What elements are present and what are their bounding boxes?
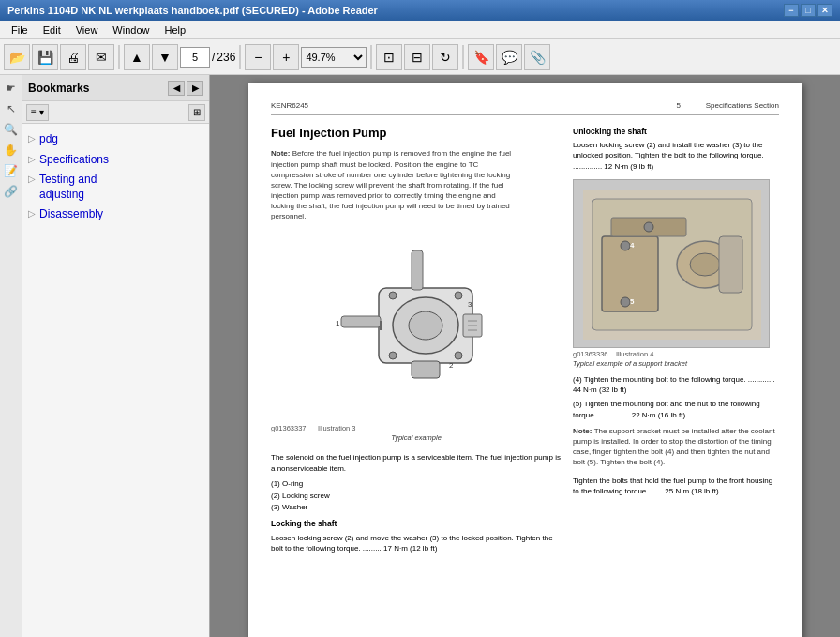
comment-button[interactable]: 💬 [496,44,522,70]
open-button[interactable]: 📂 [4,44,30,70]
document-page: KENR6245 5 Specifications Section Fuel I… [248,83,802,637]
sidebar-prev-button[interactable]: ◀ [168,81,185,96]
page-number-right: 5 [677,101,681,110]
menu-help[interactable]: Help [157,23,193,38]
page-input-group: / 236 [180,47,235,68]
window-controls: − □ ✕ [784,4,832,17]
note2-text: The support bracket must be installed af… [573,427,775,467]
note2-label: Note: [573,427,594,435]
unlocking-heading: Unlocking the shaft [573,127,779,137]
pan-tool-button[interactable]: ✋ [2,141,21,159]
zoom-select[interactable]: 49.7% 50% 75% 100% 150% 200% [301,47,367,68]
right-column: Unlocking the shaft Loosen locking screw… [573,121,779,557]
left-column: Fuel Injection Pump Note: Before the fue… [271,121,562,557]
main-area: ☛ ↖ 🔍 ✋ 📝 🔗 Bookmarks ◀ ▶ ≡ ▾ ⊞ ▷ pdg ▷ [0,75,840,637]
illustration4-caption: Typical example of a support bracket [573,359,779,369]
toolbar-separator-3 [370,45,372,69]
svg-point-22 [621,241,630,250]
bookmark-label-testing: Testing andadjusting [39,173,97,202]
part-2: (2) Locking screw [271,492,562,502]
parts-list: (1) O-ring (2) Locking screw (3) Washer [271,479,562,513]
bookmark-disassembly[interactable]: ▷ Disassembly [26,205,205,225]
svg-point-13 [455,352,462,359]
save-button[interactable]: 💾 [32,44,58,70]
part-3: (3) Washer [271,503,562,513]
menu-window[interactable]: Window [105,23,157,38]
page-doc-id: KENR6245 [271,101,308,112]
page-separator: / [212,51,215,64]
sidebar-expand-button[interactable]: ⊞ [188,104,205,121]
note-tool-button[interactable]: 📝 [2,161,21,180]
menubar: File Edit View Window Help [0,21,840,39]
maximize-button[interactable]: □ [801,4,816,17]
bookmark-icon-specifications: ▷ [28,154,36,164]
locking-shaft-heading: Locking the shaft [271,519,562,529]
select-tool-button[interactable]: ↖ [2,99,21,118]
page-layout: Fuel Injection Pump Note: Before the fue… [271,121,779,557]
section-title: Fuel Injection Pump [271,125,562,142]
bookmark-testing[interactable]: ▷ Testing andadjusting [26,170,205,205]
bookmark-icon-disassembly: ▷ [28,208,36,219]
sidebar-next-button[interactable]: ▶ [187,81,203,96]
bookmarks-tree: ▷ pdg ▷ Specifications ▷ Testing andadju… [22,124,209,637]
torque-final: Tighten the bolts that hold the fuel pum… [573,476,779,496]
link-tool-button[interactable]: 🔗 [2,182,21,201]
illustration3-id: g01363337 Illustration 3 [271,424,562,433]
pump-illustration: 1 2 3 [322,232,510,419]
zoomin-button[interactable]: + [273,44,299,70]
attachment-button[interactable]: 📎 [524,44,550,70]
minimize-button[interactable]: − [784,4,799,17]
toolbar-separator-1 [118,45,120,69]
bookmark-label-specifications: Specifications [39,153,109,168]
page-up-button[interactable]: ▲ [124,44,150,70]
menu-file[interactable]: File [4,23,36,38]
svg-point-28 [690,253,720,276]
bookmark-label-pdg: pdg [39,132,58,147]
print-button[interactable]: 🖨 [60,44,86,70]
bookmark-label-disassembly: Disassembly [39,207,103,222]
page-down-button[interactable]: ▼ [152,44,178,70]
bookmark-specifications[interactable]: ▷ Specifications [26,150,205,171]
step4-text: (4) Tighten the mounting bolt to the fol… [573,374,779,395]
sidebar-options-button[interactable]: ≡ ▾ [26,104,49,121]
solenoid-note: The solenoid on the fuel injection pump … [271,452,562,473]
bookmark-icon-pdg: ▷ [28,133,36,144]
zoomout-button[interactable]: − [245,44,271,70]
menu-view[interactable]: View [68,23,106,38]
svg-point-24 [644,222,653,232]
email-button[interactable]: ✉ [88,44,114,70]
page-input[interactable] [180,47,210,68]
bracket-illustration: 4 5 [574,180,770,348]
close-button[interactable]: ✕ [818,4,832,17]
bookmark-pdg[interactable]: ▷ pdg [26,129,205,150]
bookmark-button[interactable]: 🔖 [468,44,494,70]
toolbar-separator-4 [462,45,464,69]
fit-page-button[interactable]: ⊡ [376,44,402,70]
illustration3-caption: Typical example [271,433,562,443]
document-view[interactable]: KENR6245 5 Specifications Section Fuel I… [210,75,840,637]
part-1: (1) O-ring [271,479,562,490]
note-label: Note: [271,149,292,158]
zoom-tool-button[interactable]: 🔍 [2,120,21,139]
note2-box: Note: The support bracket must be instal… [573,426,779,468]
illustration4-container: 4 5 [573,179,770,348]
rotate-button[interactable]: ↻ [432,44,458,70]
title-text: Perkins 1104D NK NL werkplaats handboek.… [8,5,378,16]
svg-point-12 [389,352,397,359]
hand-tool-button[interactable]: ☛ [2,79,21,98]
sidebar-title: Bookmarks [28,82,89,95]
svg-point-10 [389,292,397,299]
page-section-right: 5 Specifications Section [677,101,779,112]
svg-rect-29 [719,236,742,293]
page-total: 236 [217,51,235,64]
locking-shaft-text: Loosen locking screw (2) and move the wa… [271,533,562,554]
illustration3-container: 1 2 3 [271,232,562,444]
svg-rect-3 [341,316,381,327]
note-text: Before the fuel injection pump is remove… [271,149,511,220]
sidebar-header: Bookmarks ◀ ▶ [22,75,209,101]
fit-width-button[interactable]: ⊟ [404,44,430,70]
svg-point-2 [409,311,442,340]
menu-edit[interactable]: Edit [36,23,68,38]
unlocking-text: Loosen locking screw (2) and install the… [573,140,779,172]
step5-text: (5) Tighten the mounting bolt and the nu… [573,399,779,419]
